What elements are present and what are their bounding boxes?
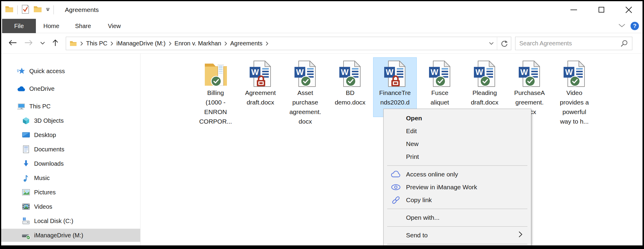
breadcrumb-chevron-icon [224, 41, 227, 46]
collapse-ribbon-chevron-icon[interactable] [618, 23, 626, 29]
address-folder-icon [70, 41, 77, 47]
search-input[interactable] [515, 40, 620, 47]
refresh-button[interactable] [497, 37, 511, 50]
address-dropdown-chevron-icon[interactable] [486, 37, 497, 50]
menu-item-icon [390, 139, 401, 149]
file-list: Billing(1000 -ENRONCORPOR... W Agreement… [194, 57, 597, 117]
menu-item-label: Print [406, 153, 419, 160]
menu-item-copy-link[interactable]: Copy link [384, 193, 531, 206]
file-item-fusce-aliquet[interactable]: W Fuscealiquet [418, 57, 462, 117]
address-bar[interactable]: This PC iManageDrive (M:) Enron v. Markh… [66, 37, 511, 50]
file-item-purchasea-greement-docx[interactable]: W PurchaseAgreement.docx [508, 57, 551, 117]
word-document-icon: W [291, 60, 320, 87]
sidebar-item-videos[interactable]: Videos [1, 200, 140, 213]
sidebar-item-label: Desktop [34, 132, 56, 139]
file-name-label: Fuscealiquet [431, 88, 449, 107]
file-item-agreement-draft-docx[interactable]: W Agreementdraft.docx [239, 57, 282, 117]
forward-button[interactable] [24, 39, 33, 47]
cloud-icon [17, 84, 26, 93]
menu-separator [384, 163, 531, 168]
breadcrumb-chevron-icon [110, 41, 113, 46]
sidebar-item-label: Downloads [34, 160, 64, 167]
breadcrumb-enron-v-markhan[interactable]: Enron v. Markhan [173, 40, 223, 47]
eye-icon [390, 182, 401, 193]
menu-item-access-online-only[interactable]: Access online only [384, 168, 531, 181]
menu-item-label: Open with... [406, 214, 439, 221]
video-icon [22, 202, 30, 211]
sidebar-item-onedrive[interactable]: OneDrive [1, 82, 140, 95]
file-item-financetre-nds2020-d[interactable]: W FinanceTrends2020.d [373, 57, 417, 117]
sidebar-item-downloads[interactable]: Downloads [1, 157, 140, 170]
link-icon [390, 195, 401, 205]
document-icon [22, 145, 30, 154]
word-document-icon: W [246, 60, 275, 87]
qat-dropdown-icon[interactable] [46, 7, 50, 13]
sidebar-item-label: This PC [29, 103, 51, 110]
menu-item-icon [390, 230, 401, 241]
menu-item-icon [390, 212, 401, 223]
sidebar-item-quick-access[interactable]: Quick access [1, 64, 140, 78]
menu-item-open-with[interactable]: Open with... [384, 211, 531, 224]
breadcrumb-agreements[interactable]: Agreements [229, 40, 264, 47]
search-icon[interactable] [620, 40, 628, 47]
menu-separator [384, 242, 531, 245]
menu-item-label: Open [406, 115, 422, 122]
help-button[interactable]: ? [631, 22, 639, 30]
file-item-asset-purchase-agreement-docx[interactable]: W Assetpurchaseagreement.docx [283, 57, 327, 117]
explorer-window: Agreements File Home Share View ? This P… [1, 1, 643, 245]
cloud-outline-icon [390, 169, 401, 180]
word-document-icon: W [515, 60, 544, 87]
up-button[interactable] [52, 39, 59, 48]
properties-check-icon[interactable] [21, 4, 30, 15]
file-name-label: Pleadingdraft.docx [471, 88, 498, 107]
maximize-icon [599, 7, 604, 13]
sidebar-item-3d-objects[interactable]: 3D Objects [1, 114, 140, 127]
file-item-pleading-draft-docx[interactable]: W Pleadingdraft.docx [463, 57, 506, 117]
star-icon [17, 67, 26, 76]
menu-item-label: Copy link [406, 196, 432, 204]
synced-badge-icon [569, 76, 581, 87]
sidebar-item-this-pc[interactable]: This PC [1, 100, 140, 113]
sidebar-item-documents[interactable]: Documents [1, 143, 140, 156]
menu-item-send-to[interactable]: Send to [384, 229, 531, 242]
navigation-pane: Quick access OneDrive This PC 3D Objects… [1, 54, 141, 245]
close-button[interactable] [615, 1, 643, 18]
download-icon [22, 159, 30, 168]
tab-file[interactable]: File [2, 19, 36, 33]
minimize-button[interactable] [560, 1, 587, 18]
tab-view[interactable]: View [108, 19, 121, 33]
pc-icon [17, 102, 26, 111]
cube-icon [22, 116, 30, 125]
menu-item-open[interactable]: Open [384, 112, 531, 124]
explorer-folder-icon[interactable] [5, 5, 14, 14]
breadcrumb-this-pc[interactable]: This PC [85, 40, 109, 47]
breadcrumb-imanagedrive[interactable]: iManageDrive (M:) [115, 40, 167, 47]
breadcrumb-chevron-icon [80, 41, 83, 46]
sidebar-item-label: Videos [34, 203, 52, 210]
menu-separator [384, 206, 531, 211]
menu-item-label: Send to [406, 232, 428, 239]
sidebar-item-imanagedrive-m[interactable]: iManageDrive (M:) [1, 229, 140, 242]
menu-item-preview-in-imanage-work[interactable]: Preview in iManage Work [384, 181, 531, 193]
menu-item-new[interactable]: New [384, 137, 531, 150]
back-button[interactable] [8, 39, 17, 47]
sidebar-item-label: OneDrive [29, 85, 54, 92]
file-item-bd-demo-docx[interactable]: W BDdemo.docx [328, 57, 372, 117]
file-name-label: Assetpurchaseagreement.docx [289, 88, 321, 126]
sidebar-item-desktop[interactable]: Desktop [1, 128, 140, 142]
sidebar-item-local-disk-c[interactable]: Local Disk (C:) [1, 214, 140, 228]
sidebar-item-pictures[interactable]: Pictures [1, 186, 140, 199]
tab-home[interactable]: Home [43, 19, 59, 33]
tab-share[interactable]: Share [75, 19, 91, 33]
menu-item-edit[interactable]: Edit [384, 124, 531, 137]
lock-badge-icon [389, 74, 402, 87]
menu-item-icon [390, 113, 401, 124]
sidebar-item-music[interactable]: Music [1, 171, 140, 185]
recent-locations-chevron-icon[interactable] [40, 41, 45, 46]
menu-item-print[interactable]: Print [384, 150, 531, 163]
new-folder-icon[interactable] [33, 5, 42, 14]
maximize-button[interactable] [587, 1, 615, 18]
word-document-icon: W [470, 60, 499, 87]
file-item-video-provides-a-powerful-way-to-h[interactable]: W Videoprovides apowerfulway to h... [553, 57, 596, 117]
file-item-billing-1000-enron-corpor[interactable]: Billing(1000 -ENRONCORPOR... [194, 57, 237, 117]
